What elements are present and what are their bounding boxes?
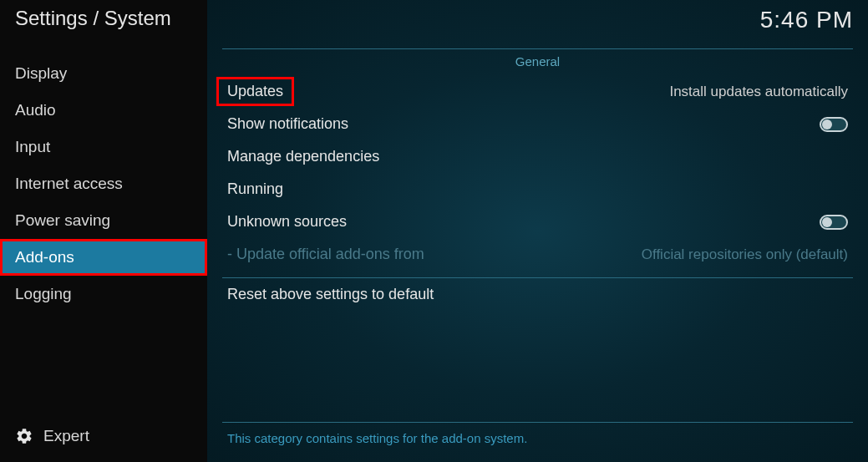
category-description: This category contains settings for the …: [222, 422, 853, 462]
sidebar-item-logging[interactable]: Logging: [0, 276, 207, 312]
setting-label: Unknown sources: [227, 213, 347, 231]
setting-manage-dependencies[interactable]: Manage dependencies: [222, 140, 853, 173]
setting-update-official-addons: - Update official add-ons from Official …: [222, 238, 853, 271]
sidebar-item-display[interactable]: Display: [0, 55, 207, 92]
sidebar-item-power-saving[interactable]: Power saving: [0, 202, 207, 239]
setting-running[interactable]: Running: [222, 173, 853, 206]
section-header: General: [222, 53, 853, 75]
setting-label: Manage dependencies: [227, 148, 379, 165]
setting-label: Updates: [219, 79, 292, 104]
sidebar-item-audio[interactable]: Audio: [0, 92, 207, 129]
settings-level-label: Expert: [43, 427, 89, 445]
setting-label: Reset above settings to default: [227, 286, 434, 303]
setting-show-notifications[interactable]: Show notifications: [222, 108, 853, 140]
setting-reset-defaults[interactable]: Reset above settings to default: [222, 278, 853, 311]
setting-value: Install updates automatically: [669, 84, 848, 100]
sidebar: Display Audio Input Internet access Powe…: [0, 0, 207, 462]
toggle-off-icon[interactable]: [820, 215, 848, 230]
setting-unknown-sources[interactable]: Unknown sources: [222, 206, 853, 238]
setting-updates[interactable]: Updates Install updates automatically: [222, 75, 853, 108]
sidebar-item-internet-access[interactable]: Internet access: [0, 165, 207, 202]
settings-level-button[interactable]: Expert: [0, 415, 207, 462]
main-panel: General Updates Install updates automati…: [207, 0, 868, 462]
setting-label: Running: [227, 180, 283, 198]
sidebar-item-input[interactable]: Input: [0, 129, 207, 165]
setting-label: - Update official add-ons from: [227, 246, 424, 263]
gear-icon: [15, 427, 33, 445]
sidebar-item-add-ons[interactable]: Add-ons: [0, 239, 207, 276]
toggle-off-icon[interactable]: [820, 117, 848, 132]
setting-label: Show notifications: [227, 115, 348, 133]
setting-value: Official repositories only (default): [642, 246, 848, 263]
